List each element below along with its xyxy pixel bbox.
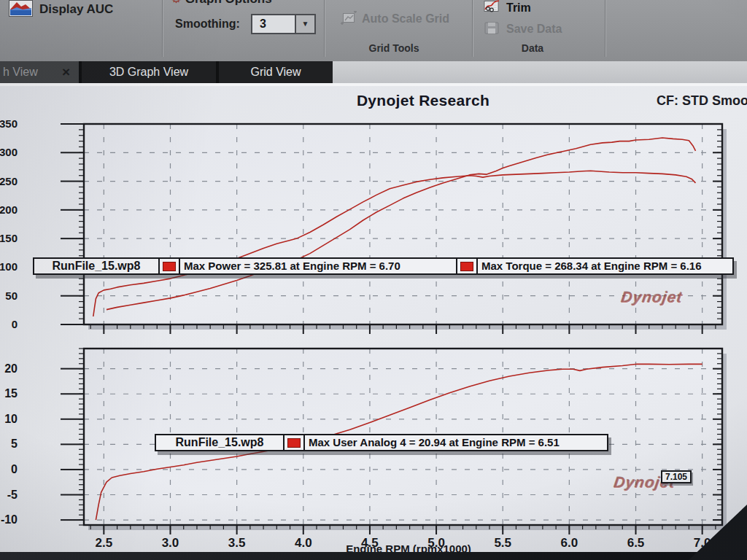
y-tick-label: 0	[12, 318, 18, 330]
dynojet-watermark: Dynojet	[620, 289, 684, 306]
series-color-swatch	[287, 438, 301, 448]
top-chart-legend[interactable]: RunFile_15.wp8 Max Power = 325.81 at Eng…	[33, 257, 734, 275]
series-color-swatch	[460, 262, 473, 271]
y-tick-label: 100	[0, 260, 18, 273]
y-tick-label: 200	[0, 203, 18, 216]
y-tick-label: 20	[4, 362, 18, 375]
legend-swatch	[158, 257, 180, 275]
y-tick-label: 250	[0, 175, 18, 187]
legend-swatch	[283, 434, 305, 451]
y-tick-label: 150	[0, 232, 18, 244]
y-tick-label: 15	[4, 387, 18, 400]
x-tick-label: 3.5	[228, 536, 246, 550]
x-tick-label: 6.5	[627, 536, 645, 550]
monitor-bezel	[0, 552, 747, 560]
legend-max-power-label: Max Power = 325.81 at Engine RPM = 6.70	[179, 257, 457, 275]
y-tick-label: -10	[1, 513, 18, 526]
y-tick-label: 300	[0, 146, 18, 158]
x-tick-label: 3.0	[162, 536, 179, 550]
y-tick-label: -5	[7, 489, 18, 501]
x-tick-label: 6.0	[561, 536, 578, 550]
y-tick-label: 50	[5, 289, 18, 302]
series-color-swatch	[163, 262, 176, 271]
y-tick-label: 350	[0, 117, 18, 130]
legend-max-analog-label: Max User Analog 4 = 20.94 at Engine RPM …	[303, 434, 608, 451]
rpm-cursor-readout: 7.105	[661, 470, 692, 483]
legend-runfile-label: RunFile_15.wp8	[155, 434, 285, 451]
legend-max-torque-label: Max Torque = 268.34 at Engine RPM = 6.16	[476, 257, 734, 275]
y-tick-label: 0	[11, 463, 18, 475]
y-tick-label: 5	[11, 438, 18, 450]
bottom-chart-legend[interactable]: RunFile_15.wp8 Max User Analog 4 = 20.94…	[155, 434, 608, 451]
x-tick-label: 2.5	[96, 536, 113, 550]
legend-runfile-label: RunFile_15.wp8	[33, 257, 160, 275]
legend-swatch	[456, 257, 478, 275]
application-window: Display AUC ⚙ Graph Options Smoothing: 3…	[0, 0, 747, 560]
y-tick-label: 10	[4, 413, 18, 425]
